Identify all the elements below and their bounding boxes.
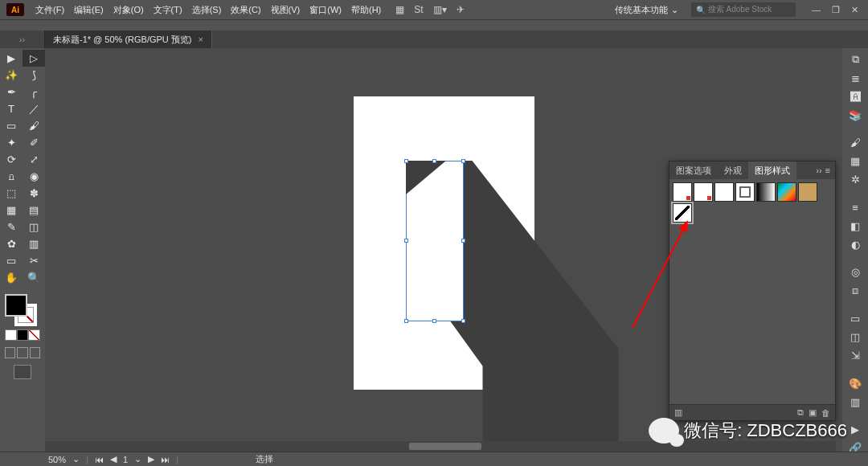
style-swatch-gradient[interactable] bbox=[756, 182, 776, 202]
artboard-number[interactable]: 1 bbox=[123, 455, 128, 464]
tool-shaper[interactable]: ✦ bbox=[0, 134, 23, 151]
tool-direct-selection[interactable]: ▷ bbox=[23, 50, 45, 67]
tool-magic-wand[interactable]: ✨ bbox=[0, 67, 23, 84]
menu-window[interactable]: 窗口(W) bbox=[305, 4, 346, 16]
tool-blend[interactable]: ◫ bbox=[23, 219, 45, 235]
new-style-icon[interactable]: ▣ bbox=[809, 407, 817, 418]
window-minimize[interactable]: — bbox=[812, 5, 821, 15]
style-swatch-wood[interactable] bbox=[798, 182, 817, 202]
workspace-switcher[interactable]: 传统基本功能 ⌄ bbox=[608, 2, 685, 18]
tool-free-transform[interactable]: ⬚ bbox=[0, 185, 23, 202]
tool-line-segment[interactable]: ／ bbox=[23, 100, 45, 117]
bridge-icon[interactable]: ▦ bbox=[395, 4, 404, 15]
panel-gradient-icon[interactable]: ◧ bbox=[846, 220, 864, 232]
tool-symbol-sprayer[interactable]: ✿ bbox=[0, 235, 23, 252]
tab-graphic-styles[interactable]: 图形样式 bbox=[748, 161, 796, 179]
tool-puppet-warp[interactable]: ✽ bbox=[23, 185, 45, 202]
panel-pathfinder-icon[interactable]: ◫ bbox=[846, 331, 864, 343]
numeral-1-shape[interactable] bbox=[406, 161, 464, 321]
panel-libraries-icon[interactable]: 📚 bbox=[846, 109, 864, 121]
handle-icon[interactable] bbox=[404, 159, 408, 163]
screen-mode-button[interactable] bbox=[14, 365, 31, 379]
handle-icon[interactable] bbox=[461, 159, 465, 163]
color-mode-toggles[interactable] bbox=[5, 329, 40, 341]
gpu-icon[interactable]: ✈ bbox=[457, 4, 465, 15]
artboard-prev-icon[interactable]: ◀ bbox=[110, 454, 117, 464]
menu-view[interactable]: 视图(V) bbox=[266, 4, 305, 16]
tool-mesh[interactable]: ▦ bbox=[0, 202, 23, 219]
tool-eyedropper[interactable]: ✎ bbox=[0, 219, 23, 235]
document-tab-close[interactable]: × bbox=[199, 35, 203, 44]
panel-transparency-icon[interactable]: ◐ bbox=[846, 239, 864, 251]
window-maximize[interactable]: ❐ bbox=[832, 5, 840, 15]
tab-image-options[interactable]: 图案选项 bbox=[669, 161, 718, 179]
chevron-down-icon[interactable]: ⌄ bbox=[72, 454, 80, 464]
handle-icon[interactable] bbox=[461, 239, 465, 243]
panel-collapse-icon[interactable]: ›› bbox=[816, 166, 821, 175]
style-swatch-outline[interactable] bbox=[735, 182, 755, 202]
menu-edit[interactable]: 编辑(E) bbox=[69, 4, 108, 16]
tool-width[interactable]: ⩍ bbox=[0, 168, 23, 185]
tool-eraser[interactable]: ✐ bbox=[23, 134, 45, 151]
tool-rectangle[interactable]: ▭ bbox=[0, 117, 23, 134]
style-swatch-rainbow[interactable] bbox=[777, 182, 796, 202]
menu-help[interactable]: 帮助(H) bbox=[346, 4, 386, 16]
menu-object[interactable]: 对象(O) bbox=[108, 4, 149, 16]
handle-icon[interactable] bbox=[432, 159, 436, 163]
stock-icon[interactable]: St bbox=[414, 4, 423, 15]
stock-search[interactable]: 🔍 搜索 Adobe Stock bbox=[691, 2, 796, 17]
artboard-next-icon[interactable]: ▶ bbox=[148, 454, 154, 464]
tool-hand[interactable]: ✋ bbox=[0, 269, 23, 286]
toolbox-toggle[interactable]: ›› bbox=[0, 31, 45, 48]
document-tab[interactable]: 未标题-1* @ 50% (RGB/GPU 预览) × bbox=[45, 31, 212, 48]
style-swatch-default-2[interactable] bbox=[694, 182, 713, 202]
tool-lasso[interactable]: ⟆ bbox=[23, 67, 45, 84]
menu-select[interactable]: 选择(S) bbox=[187, 4, 227, 16]
zoom-level[interactable]: 50% bbox=[48, 455, 66, 464]
panel-layers-icon[interactable]: ≣ bbox=[846, 72, 864, 84]
break-link-icon[interactable]: ⧉ bbox=[797, 407, 804, 418]
artboard-next-last-icon[interactable]: ⏭ bbox=[161, 455, 170, 464]
panel-swatches-icon[interactable]: ▦ bbox=[846, 155, 864, 167]
tool-selection[interactable]: ▶ bbox=[0, 50, 23, 67]
tab-appearance[interactable]: 外观 bbox=[718, 161, 748, 179]
artboard-prev-first-icon[interactable]: ⏮ bbox=[95, 455, 104, 464]
style-swatch-default[interactable] bbox=[673, 182, 692, 202]
tool-slice[interactable]: ✂ bbox=[23, 252, 45, 269]
draw-mode-toggles[interactable] bbox=[5, 347, 40, 358]
panel-menu-icon[interactable]: ≡ bbox=[825, 166, 830, 175]
chevron-down-icon[interactable]: ⌄ bbox=[134, 454, 141, 464]
arrange-docs-icon[interactable]: ▥▾ bbox=[433, 4, 447, 15]
panel-actions-icon[interactable]: ▶ bbox=[846, 423, 864, 435]
fill-stroke-swatch[interactable] bbox=[5, 294, 37, 326]
artboard[interactable] bbox=[354, 96, 534, 390]
delete-style-icon[interactable]: 🗑 bbox=[821, 408, 830, 418]
tool-zoom[interactable]: 🔍 bbox=[23, 269, 45, 286]
tool-type[interactable]: T bbox=[0, 100, 23, 117]
menu-type[interactable]: 文字(T) bbox=[149, 4, 187, 16]
menu-effect[interactable]: 效果(C) bbox=[226, 4, 265, 16]
tool-pen[interactable]: ✒ bbox=[0, 84, 23, 100]
tool-paintbrush[interactable]: 🖌 bbox=[23, 117, 45, 134]
panel-stroke-icon[interactable]: ≡ bbox=[846, 202, 864, 214]
tool-scale[interactable]: ⤢ bbox=[23, 151, 45, 168]
panel-symbols-icon[interactable]: ✲ bbox=[846, 174, 864, 186]
panel-color-guide-icon[interactable]: ▥ bbox=[846, 396, 864, 408]
handle-icon[interactable] bbox=[404, 239, 408, 243]
tool-artboard[interactable]: ▭ bbox=[0, 252, 23, 269]
tool-warp[interactable]: ◉ bbox=[23, 168, 45, 185]
menu-file[interactable]: 文件(F) bbox=[31, 4, 69, 16]
fill-swatch[interactable] bbox=[5, 294, 27, 317]
handle-icon[interactable] bbox=[461, 319, 465, 323]
handle-icon[interactable] bbox=[404, 319, 408, 323]
handle-icon[interactable] bbox=[432, 319, 436, 323]
style-swatch-longshadow[interactable] bbox=[673, 203, 692, 223]
tool-column-graph[interactable]: ▥ bbox=[23, 235, 45, 252]
panel-appearance-icon[interactable]: ◎ bbox=[846, 266, 864, 278]
styles-library-icon[interactable]: ▥ bbox=[674, 407, 682, 418]
scrollbar-thumb[interactable] bbox=[409, 443, 481, 450]
style-swatch-white[interactable] bbox=[714, 182, 734, 202]
tool-curvature[interactable]: ╭ bbox=[23, 84, 45, 100]
tool-gradient[interactable]: ▤ bbox=[23, 202, 45, 219]
panel-transform-icon[interactable]: ⇲ bbox=[846, 350, 864, 362]
